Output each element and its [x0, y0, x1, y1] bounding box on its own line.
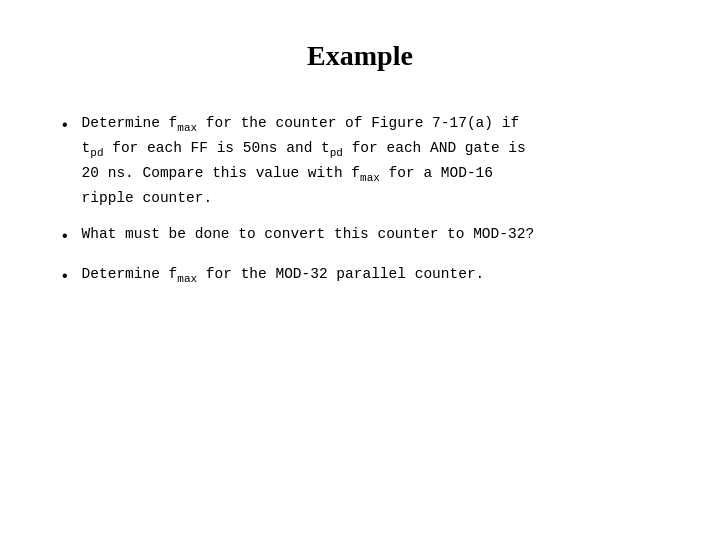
bullet-text-1: Determine fmax for the counter of Figure… [82, 112, 526, 209]
bullet-text-2: What must be done to convert this counte… [82, 223, 534, 245]
slide-title: Example [60, 40, 660, 72]
bullet-dot-1: • [60, 114, 70, 138]
bullet-item-1: • Determine fmax for the counter of Figu… [60, 112, 660, 209]
bullet-text-3: Determine fmax for the MOD-32 parallel c… [82, 263, 485, 288]
bullet-item-3: • Determine fmax for the MOD-32 parallel… [60, 263, 660, 289]
bullet-dot-2: • [60, 225, 70, 249]
content-area: • Determine fmax for the counter of Figu… [60, 112, 660, 500]
bullet-item-2: • What must be done to convert this coun… [60, 223, 660, 249]
bullet-dot-3: • [60, 265, 70, 289]
slide: Example • Determine fmax for the counter… [0, 0, 720, 540]
